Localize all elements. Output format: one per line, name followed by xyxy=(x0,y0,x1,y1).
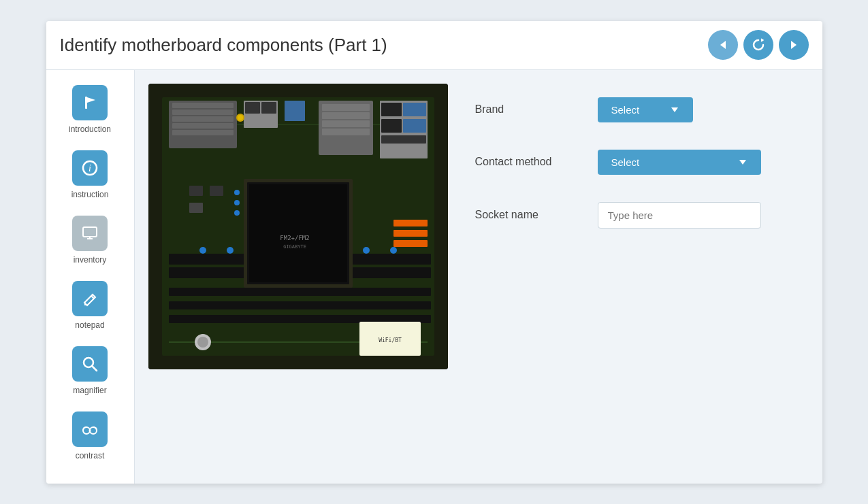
info-icon: i xyxy=(72,150,108,186)
sidebar-item-introduction[interactable]: introduction xyxy=(46,77,134,142)
glasses-icon xyxy=(72,411,108,447)
contact-method-dropdown-icon xyxy=(738,157,748,167)
sidebar-label-inventory: inventory xyxy=(74,255,107,265)
svg-rect-37 xyxy=(381,103,402,116)
svg-marker-74 xyxy=(739,160,746,165)
svg-point-72 xyxy=(197,337,208,348)
svg-rect-61 xyxy=(169,301,431,309)
svg-text:WiFi/BT: WiFi/BT xyxy=(379,337,402,343)
svg-rect-35 xyxy=(322,129,370,135)
sidebar-item-instruction[interactable]: i instruction xyxy=(46,142,134,207)
sidebar-item-notepad[interactable]: notepad xyxy=(46,273,134,338)
motherboard-container: FM2+/FM2 GIGABYTE WiFi/BT xyxy=(148,84,448,369)
motherboard-image: FM2+/FM2 GIGABYTE WiFi/BT xyxy=(148,84,448,369)
svg-rect-2 xyxy=(85,97,87,109)
page-title: Identify motherboard components (Part 1) xyxy=(60,35,387,56)
svg-point-45 xyxy=(227,247,234,254)
svg-rect-57 xyxy=(393,220,428,226)
svg-line-10 xyxy=(92,366,97,371)
body-layout: introduction i instruction xyxy=(46,70,822,484)
sidebar-label-magnifier: magnifier xyxy=(73,386,106,395)
svg-point-30 xyxy=(238,115,243,120)
socket-name-row: Socket name xyxy=(475,202,809,229)
svg-rect-5 xyxy=(83,227,97,237)
header-controls xyxy=(708,30,809,60)
header: Identify motherboard components (Part 1) xyxy=(46,21,822,70)
sidebar-item-magnifier[interactable]: magnifier xyxy=(46,338,134,403)
refresh-icon xyxy=(752,38,765,52)
svg-rect-38 xyxy=(403,103,426,116)
sidebar: introduction i instruction xyxy=(46,70,135,484)
svg-marker-73 xyxy=(671,107,678,112)
sidebar-label-instruction: instruction xyxy=(71,190,109,199)
svg-point-51 xyxy=(390,247,397,254)
monitor-icon xyxy=(72,216,108,251)
svg-rect-67 xyxy=(189,203,203,213)
contact-method-label: Contact method xyxy=(475,156,584,168)
svg-rect-32 xyxy=(322,104,370,111)
search-icon xyxy=(72,346,108,382)
svg-point-50 xyxy=(363,247,370,254)
svg-point-70 xyxy=(234,210,240,216)
svg-rect-54 xyxy=(249,184,347,282)
brand-select-label: Select xyxy=(611,104,640,116)
brand-row: Brand Select xyxy=(475,97,809,122)
next-button[interactable] xyxy=(779,30,809,60)
socket-name-input[interactable] xyxy=(598,202,761,229)
contact-method-select-label: Select xyxy=(611,156,640,168)
contact-method-row: Contact method Select xyxy=(475,150,809,175)
brand-select[interactable]: Select xyxy=(598,97,693,122)
svg-rect-21 xyxy=(172,110,234,115)
svg-point-69 xyxy=(234,200,240,205)
brand-label: Brand xyxy=(475,103,584,116)
sidebar-item-inventory[interactable]: inventory xyxy=(46,207,134,273)
form-area: Brand Select Contact method Select xyxy=(475,84,809,229)
svg-text:i: i xyxy=(89,163,91,173)
svg-rect-20 xyxy=(172,103,234,108)
socket-name-label: Socket name xyxy=(475,209,584,221)
svg-rect-33 xyxy=(322,112,370,119)
svg-rect-40 xyxy=(403,119,426,133)
svg-rect-65 xyxy=(189,186,203,196)
svg-rect-27 xyxy=(261,102,276,114)
svg-rect-60 xyxy=(169,288,431,296)
svg-rect-34 xyxy=(322,120,370,127)
svg-rect-39 xyxy=(381,119,402,133)
motherboard-svg: FM2+/FM2 GIGABYTE WiFi/BT xyxy=(148,84,448,369)
svg-rect-41 xyxy=(381,135,426,144)
brand-dropdown-icon xyxy=(670,105,679,114)
svg-rect-23 xyxy=(172,123,234,129)
sidebar-item-contrast[interactable]: contrast xyxy=(46,403,134,469)
svg-rect-24 xyxy=(172,130,234,135)
svg-marker-0 xyxy=(720,41,726,49)
flag-icon xyxy=(72,85,108,120)
refresh-button[interactable] xyxy=(743,30,773,60)
sidebar-label-introduction: introduction xyxy=(69,124,111,134)
svg-text:FM2+/FM2: FM2+/FM2 xyxy=(280,235,309,241)
sidebar-label-contrast: contrast xyxy=(76,451,105,460)
next-icon xyxy=(788,39,799,50)
contact-method-select[interactable]: Select xyxy=(598,150,761,175)
main-container: Identify motherboard components (Part 1) xyxy=(46,21,822,484)
content-area: FM2+/FM2 GIGABYTE WiFi/BT xyxy=(135,70,822,484)
prev-button[interactable] xyxy=(708,30,738,60)
svg-rect-58 xyxy=(393,230,428,237)
svg-rect-22 xyxy=(172,116,234,122)
svg-marker-1 xyxy=(791,41,797,49)
svg-text:GIGABYTE: GIGABYTE xyxy=(283,244,306,250)
svg-rect-59 xyxy=(393,240,428,247)
svg-rect-26 xyxy=(245,102,260,114)
svg-point-68 xyxy=(234,190,240,195)
svg-point-44 xyxy=(199,247,206,254)
sidebar-label-notepad: notepad xyxy=(75,320,104,330)
pencil-icon xyxy=(72,281,108,316)
prev-icon xyxy=(718,39,728,50)
svg-rect-66 xyxy=(210,186,223,196)
svg-rect-28 xyxy=(285,101,305,121)
